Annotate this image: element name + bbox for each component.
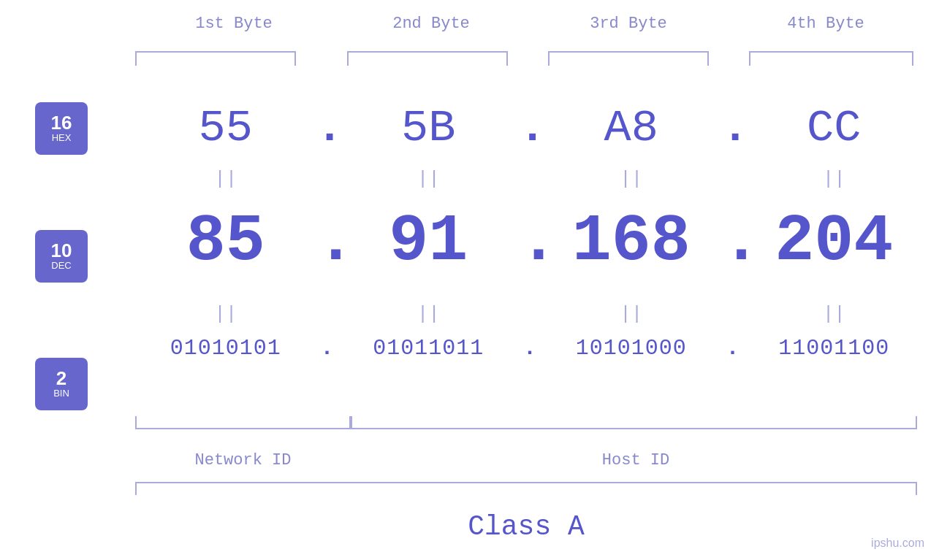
eq2-b4: || — [744, 303, 925, 325]
eq1-b4: || — [744, 168, 925, 190]
eq1-b1: || — [135, 168, 316, 190]
dec-dot3: . — [722, 204, 744, 279]
hex-base-label: 16 HEX — [35, 102, 88, 155]
bracket-top-3 — [548, 51, 709, 66]
hex-dot3: . — [722, 102, 744, 154]
bin-byte2: 01011011 — [338, 336, 520, 361]
byte2-header: 2nd Byte — [332, 15, 530, 33]
byte1-header: 1st Byte — [135, 15, 332, 33]
hex-byte2: 5B — [338, 102, 520, 154]
hex-dot1: . — [316, 102, 338, 154]
bin-dot2: . — [519, 336, 541, 361]
dec-dot1: . — [316, 204, 338, 279]
network-bracket — [135, 416, 351, 429]
dec-byte4: 204 — [744, 204, 925, 279]
bracket-top-4 — [749, 51, 913, 66]
dec-base-num: 10 — [51, 241, 72, 260]
class-label: Class A — [135, 511, 917, 542]
hex-row: 55 . 5B . A8 . CC — [135, 102, 924, 154]
dec-byte1: 85 — [135, 204, 316, 279]
eq1-b2: || — [338, 168, 520, 190]
bin-base-text: BIN — [53, 388, 69, 400]
dec-base-text: DEC — [51, 260, 71, 272]
dec-byte2: 91 — [338, 204, 520, 279]
bracket-top-2 — [347, 51, 508, 66]
hex-base-text: HEX — [52, 132, 72, 145]
byte3-header: 3rd Byte — [530, 15, 727, 33]
hex-byte4: CC — [744, 102, 925, 154]
bin-byte3: 10101000 — [541, 336, 722, 361]
bin-row: 01010101 . 01011011 . 10101000 . 1100110… — [135, 336, 924, 361]
eq2-b1: || — [135, 303, 316, 325]
dec-row: 85 . 91 . 168 . 204 — [135, 204, 924, 279]
bin-byte1: 01010101 — [135, 336, 316, 361]
host-bracket — [351, 416, 917, 429]
hex-dot2: . — [519, 102, 541, 154]
bin-dot1: . — [316, 336, 338, 361]
bracket-top-1 — [135, 51, 296, 66]
eq2-b2: || — [338, 303, 520, 325]
host-id-label: Host ID — [351, 451, 921, 469]
hex-base-num: 16 — [51, 113, 72, 132]
dec-base-label: 10 DEC — [35, 230, 88, 283]
watermark: ipshu.com — [871, 537, 924, 550]
network-id-label: Network ID — [135, 451, 351, 469]
hex-byte1: 55 — [135, 102, 316, 154]
eq2-b3: || — [541, 303, 722, 325]
dec-dot2: . — [519, 204, 541, 279]
class-bracket — [135, 482, 917, 495]
equals-row-1: || || || || — [135, 168, 924, 190]
hex-byte3: A8 — [541, 102, 722, 154]
bin-base-label: 2 BIN — [35, 358, 88, 410]
bin-base-num: 2 — [56, 369, 66, 388]
eq1-b3: || — [541, 168, 722, 190]
byte4-header: 4th Byte — [727, 15, 924, 33]
equals-row-2: || || || || — [135, 303, 924, 325]
dec-byte3: 168 — [541, 204, 722, 279]
page-container: 1st Byte 2nd Byte 3rd Byte 4th Byte 16 H… — [0, 0, 939, 560]
byte-headers: 1st Byte 2nd Byte 3rd Byte 4th Byte — [135, 15, 924, 33]
bin-byte4: 11001100 — [744, 336, 925, 361]
bin-dot3: . — [722, 336, 744, 361]
